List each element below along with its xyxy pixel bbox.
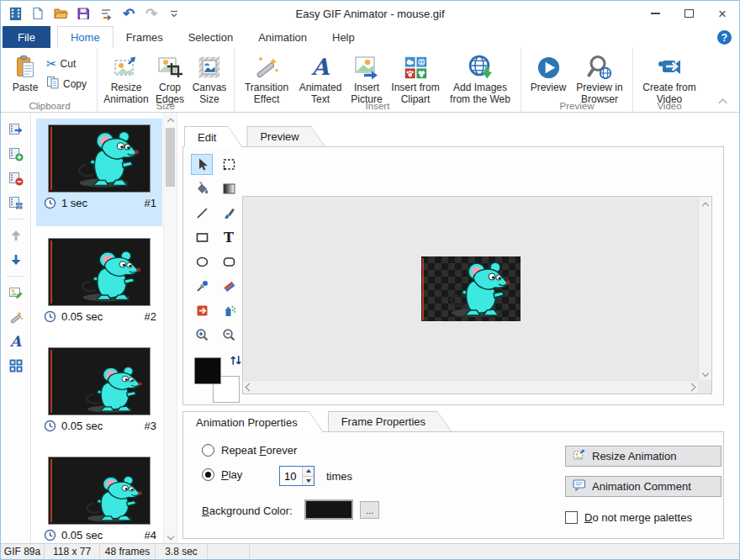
preview-in-browser-icon [586,52,613,82]
maximize-button[interactable] [672,1,706,26]
eraser-tool[interactable] [218,276,240,297]
resize-animation-panel-button[interactable]: Resize Animation [565,446,722,467]
eyedropper-tool[interactable] [191,276,213,297]
fill-tool[interactable] [191,178,213,199]
play-radio[interactable] [202,468,214,481]
transition-effect-button[interactable]: Transition Effect [239,50,294,108]
edit-frame-button[interactable] [5,283,27,303]
minimize-button[interactable] [638,1,672,26]
frame-item-4[interactable]: 0.05 sec #4 [36,451,162,543]
frame-thumbnail-4 [48,457,151,525]
repeat-forever-radio[interactable] [202,444,214,457]
rectangle-tool[interactable] [191,227,213,248]
scroll-up-button[interactable] [164,113,177,126]
canvas-horizontal-scrollbar[interactable] [243,380,698,394]
crop-edges-icon [156,52,183,82]
add-images-web-button[interactable]: Add Images from the Web [444,50,516,108]
group-label-insert: Insert [235,101,521,111]
delete-frame-button[interactable] [5,168,27,188]
move-frame-down-button[interactable] [5,250,27,270]
title-bar: ↶ ↷ Easy GIF Animator - mouse.gif × [1,1,739,26]
close-button[interactable]: × [706,1,739,26]
background-color-value-swatch[interactable] [304,499,353,520]
preview-button[interactable]: Preview [526,50,571,96]
swap-colors-icon[interactable] [230,354,242,369]
play-option[interactable]: Play [202,468,242,481]
foreground-color-swatch[interactable] [194,357,221,384]
line-tool[interactable] [191,203,213,224]
manage-frames-button[interactable] [5,356,27,376]
zoom-out-tool[interactable] [218,325,240,346]
tab-help[interactable]: Help [320,26,367,48]
select-tool[interactable] [191,154,213,175]
spin-down-button[interactable] [303,476,314,486]
tab-edit[interactable]: Edit [184,126,242,147]
scroll-down-button[interactable] [164,530,177,543]
replace-color-tool[interactable] [191,300,213,321]
crop-edges-button[interactable]: Crop Edges [151,50,189,108]
brush-tool[interactable] [218,203,240,224]
frame-item-2[interactable]: 0.05 sec #2 [36,232,162,340]
ellipse-tool[interactable] [191,251,213,272]
status-dimensions: 118 x 77 [45,544,100,559]
play-times-input[interactable] [280,467,302,485]
frame-item-3[interactable]: 0.05 sec #3 [36,341,162,449]
effect-wand-button[interactable] [5,307,27,327]
drawing-tools: T [191,154,240,347]
export-frames-button[interactable] [97,4,115,23]
canvas-vertical-scrollbar[interactable] [698,197,711,380]
animation-comment-button[interactable]: Animation Comment [565,476,722,497]
copy-button[interactable]: Copy [44,75,89,92]
canvas-surface[interactable] [243,197,698,380]
resize-animation-button[interactable]: Resize Animation [102,50,151,108]
collapse-ribbon-button[interactable] [716,95,729,105]
frame-item-1[interactable]: 1 sec #1 [36,119,162,226]
tab-selection[interactable]: Selection [176,26,246,48]
paste-button[interactable]: Paste [7,50,44,96]
tab-frame-properties[interactable]: Frame Properties [328,411,452,431]
extract-frame-button[interactable] [5,119,27,140]
customize-quick-access-button[interactable] [165,4,183,23]
rounded-rectangle-tool[interactable] [218,251,240,272]
comment-bubble-icon [573,478,586,494]
insert-picture-button[interactable]: Insert Picture [346,50,387,108]
move-frame-up-button[interactable] [5,225,27,246]
frame-text-button[interactable]: A [5,331,27,351]
tab-frames[interactable]: Frames [114,26,176,48]
scroll-down-button[interactable] [699,367,711,380]
tab-animation[interactable]: Animation [246,26,320,48]
animated-text-button[interactable]: A Animated Text [294,50,346,108]
undo-button[interactable]: ↶ [119,4,138,23]
frames-scrollbar[interactable] [163,113,177,543]
transition-effect-icon [253,52,280,82]
help-icon[interactable]: ? [717,30,732,45]
canvas-size-button[interactable]: Canvas Size [189,50,230,108]
repeat-forever-option[interactable]: Repeat Forever [202,444,297,457]
preview-in-browser-button[interactable]: Preview in Browser [571,50,628,108]
insert-from-clipart-button[interactable]: Insert from Clipart [387,50,444,108]
create-from-video-button[interactable]: Create from Video [637,50,701,108]
merge-palettes-checkbox[interactable] [565,511,578,524]
spin-up-button[interactable] [303,467,314,476]
save-button[interactable] [74,4,92,23]
tab-animation-properties[interactable]: Animation Properties [182,411,324,432]
add-frame-button[interactable] [5,144,27,164]
duplicate-frame-button[interactable] [5,193,27,213]
redo-button[interactable]: ↷ [142,4,161,23]
copy-label: Copy [63,78,87,90]
open-file-button[interactable] [51,4,70,23]
do-not-merge-palettes-option[interactable]: Do not merge palettes [565,511,692,524]
tab-preview[interactable]: Preview [246,126,325,146]
text-tool[interactable]: T [218,227,240,248]
new-file-button[interactable] [29,4,47,23]
scroll-up-button[interactable] [699,197,711,210]
tab-home[interactable]: Home [57,26,114,48]
scrollbar-thumb[interactable] [166,128,175,187]
background-color-browse-button[interactable]: ... [360,501,379,519]
gradient-tool[interactable] [218,178,240,199]
cut-button[interactable]: ✂ Cut [44,55,89,72]
tab-file[interactable]: File [3,26,50,48]
zoom-in-tool[interactable] [191,325,213,346]
spray-tool[interactable] [218,300,240,321]
marquee-select-tool[interactable] [218,154,240,175]
